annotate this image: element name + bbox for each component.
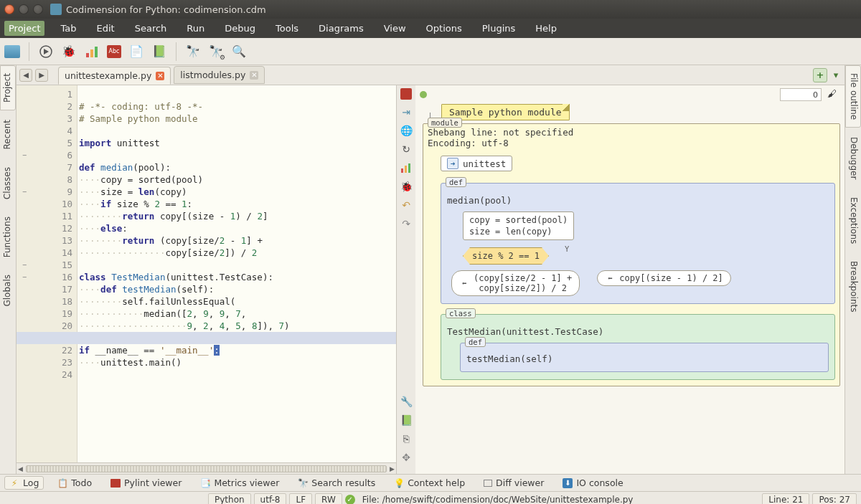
book-icon[interactable]: 📗 (400, 414, 413, 427)
book-icon[interactable]: 📗 (151, 44, 167, 60)
method-block[interactable]: def testMedian(self) (460, 343, 829, 372)
return-block-true: ⬅ copy[(size - 1) / 2] (597, 270, 731, 286)
export-icon[interactable]: ⎘ (400, 432, 413, 445)
binoculars-icon[interactable]: 🔭 (185, 44, 201, 60)
bottom-tab-diff[interactable]: Diff viewer (479, 476, 549, 490)
code-area[interactable]: # -*- coding: utf-8 -*- # Sample python … (77, 85, 396, 474)
status-eol[interactable]: LF (289, 493, 312, 505)
binoculars-gear-icon[interactable]: 🔭⚙ (208, 44, 224, 60)
code-editor[interactable]: 12345 678910 1112131415 1617181920 21222… (17, 85, 397, 474)
bottom-tab-io[interactable]: ⬇IO console (557, 476, 628, 490)
class-block[interactable]: class TestMedian(unittest.TestCase) def … (441, 314, 835, 380)
bottom-tab-todo[interactable]: 📋Todo (52, 476, 97, 490)
window-minimize-button[interactable] (19, 4, 29, 14)
shebang-text: Shebang line: not specified (428, 127, 835, 138)
window-maximize-button[interactable] (33, 4, 43, 14)
layout-icon[interactable] (4, 45, 20, 58)
file-tab-label: unittestexample.py (65, 70, 151, 81)
nav-back-button[interactable]: ◀ (19, 69, 32, 82)
redo-icon[interactable]: ↷ (400, 217, 413, 230)
bottom-tab-search[interactable]: 🔭Search results (293, 476, 380, 490)
class-signature: TestMedian(unittest.TestCase) (447, 326, 829, 337)
def-tag: def (465, 337, 486, 347)
control-flow-diagram[interactable]: 0 🖌 Sample python module module Shebang … (415, 85, 844, 474)
status-language[interactable]: Python (208, 493, 251, 505)
svg-rect-5 (401, 168, 403, 173)
clipboard-icon: 📋 (57, 478, 67, 488)
left-tab-project[interactable]: Project (0, 65, 16, 110)
menu-debug[interactable]: Debug (220, 21, 260, 36)
nav-forward-button[interactable]: ▶ (35, 69, 48, 82)
import-arrow-icon: ➜ (447, 158, 458, 169)
import-block[interactable]: ➜ unittest (441, 156, 512, 171)
close-tab-icon[interactable]: ✕ (250, 71, 258, 80)
globe-icon[interactable]: 🌐 (400, 124, 413, 137)
bottom-tab-help[interactable]: 💡Context help (389, 476, 470, 490)
left-tab-functions[interactable]: Functions (0, 209, 16, 265)
lightbulb-icon: 💡 (394, 478, 404, 488)
return-arrow-icon: ⬅ (605, 273, 615, 283)
file-tab-active[interactable]: unittestexample.py ✕ (58, 67, 171, 85)
module-block: module Shebang line: not specified Encod… (423, 123, 840, 386)
close-tab-icon[interactable]: ✕ (156, 72, 164, 80)
bottom-panel-tabs: ⚡Log 📋Todo Pylint viewer 📑Metrics viewer… (0, 474, 861, 491)
play-icon[interactable] (38, 44, 54, 60)
window-title: Codimension for Python: codimension.cdm (66, 4, 266, 15)
bottom-tab-log[interactable]: ⚡Log (4, 476, 44, 490)
bottom-tab-pylint[interactable]: Pylint viewer (105, 476, 187, 490)
indent-icon[interactable]: ⇥ (400, 105, 413, 118)
window-close-button[interactable] (4, 4, 14, 14)
dict-icon[interactable] (400, 88, 412, 100)
warning-counter: 0 (780, 88, 822, 101)
return-block-false: ⬅ (copy[size/2 - 1] + copy[size/2]) / 2 (451, 270, 580, 296)
dictionary-icon[interactable]: Abc (107, 45, 121, 58)
menu-diagrams[interactable]: Diagrams (314, 21, 368, 36)
menu-plugins[interactable]: Plugins (478, 21, 520, 36)
svg-rect-6 (405, 166, 407, 173)
wrench-icon[interactable]: 🔧 (400, 395, 413, 408)
metrics-icon[interactable] (400, 161, 413, 174)
window-titlebar: Codimension for Python: codimension.cdm (0, 0, 861, 19)
menu-view[interactable]: View (380, 21, 410, 36)
function-block-median[interactable]: def median(pool) copy = sorted(pool) siz… (441, 183, 835, 304)
right-tab-debugger[interactable]: Debugger (845, 129, 861, 187)
svg-marker-1 (44, 49, 49, 54)
menu-help[interactable]: Help (531, 21, 561, 36)
chart-icon[interactable] (84, 44, 100, 60)
function-signature: median(pool) (447, 195, 829, 206)
new-tab-button[interactable]: + (813, 68, 827, 82)
menu-options[interactable]: Options (422, 21, 466, 36)
status-encoding[interactable]: utf-8 (254, 493, 287, 505)
status-dot-icon (420, 91, 427, 98)
bug-icon[interactable]: 🐞 (61, 44, 77, 60)
right-tab-outline[interactable]: File outline (845, 65, 861, 128)
left-tab-recent[interactable]: Recent (0, 112, 16, 157)
svg-rect-3 (90, 49, 93, 57)
branch-label-y: Y (565, 244, 569, 253)
refresh-icon[interactable]: ↻ (400, 143, 413, 156)
right-tab-exceptions[interactable]: Exceptions (845, 189, 861, 252)
move-icon[interactable]: ✥ (400, 451, 413, 464)
lightning-icon: ⚡ (9, 478, 19, 488)
left-tab-globals[interactable]: Globals (0, 267, 16, 315)
bug-icon[interactable]: 🐞 (400, 180, 413, 193)
magnifier-icon[interactable]: 🔍 (231, 44, 247, 60)
highlight-icon[interactable]: 🖌 (827, 88, 840, 101)
menu-edit[interactable]: Edit (93, 21, 119, 36)
tab-list-dropdown[interactable]: ▾ (830, 68, 842, 82)
left-tab-classes[interactable]: Classes (0, 159, 16, 207)
class-tag: class (446, 308, 476, 318)
status-rw[interactable]: RW (315, 493, 342, 505)
bottom-tab-metrics[interactable]: 📑Metrics viewer (195, 476, 284, 490)
menu-tools[interactable]: Tools (271, 21, 303, 36)
condition-block: size % 2 == 1 (463, 247, 549, 265)
menu-project[interactable]: Project (4, 21, 44, 36)
file-tab[interactable]: listmodules.py ✕ (174, 66, 265, 84)
menu-search[interactable]: Search (131, 21, 171, 36)
menu-run[interactable]: Run (182, 21, 209, 36)
undo-icon[interactable]: ↶ (400, 199, 413, 211)
script-icon[interactable]: 📄 (128, 44, 144, 60)
menu-tab[interactable]: Tab (56, 21, 80, 36)
right-tab-breakpoints[interactable]: Breakpoints (845, 253, 861, 320)
code-block: copy = sorted(pool) size = len(copy) (463, 211, 574, 240)
